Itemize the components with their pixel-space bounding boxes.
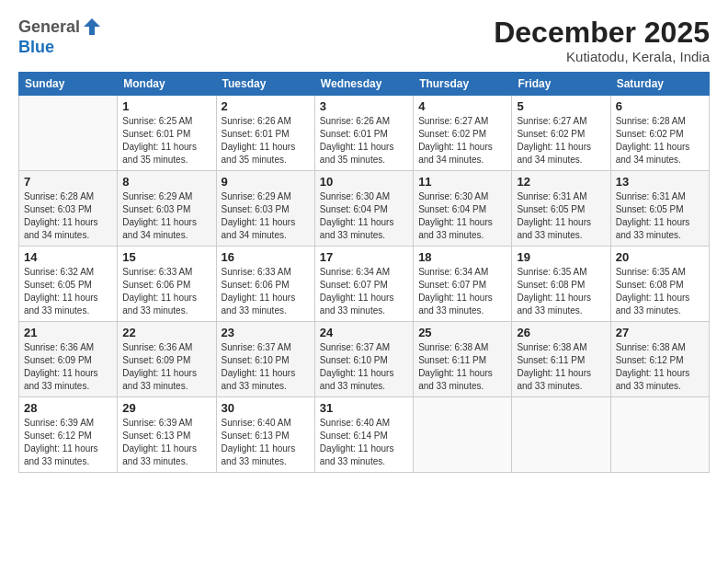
weekday-header: Thursday <box>414 73 512 96</box>
day-number: 22 <box>122 326 210 339</box>
logo-icon <box>82 17 102 37</box>
calendar-week-row: 1Sunrise: 6:25 AM Sunset: 6:01 PM Daylig… <box>19 96 710 171</box>
day-info: Sunrise: 6:40 AM Sunset: 6:13 PM Dayligh… <box>222 417 310 468</box>
calendar-cell: 23Sunrise: 6:37 AM Sunset: 6:10 PM Dayli… <box>216 322 314 397</box>
calendar-cell: 29Sunrise: 6:39 AM Sunset: 6:13 PM Dayli… <box>118 397 216 473</box>
day-info: Sunrise: 6:34 AM Sunset: 6:07 PM Dayligh… <box>320 266 408 317</box>
day-number: 23 <box>222 326 310 339</box>
day-info: Sunrise: 6:27 AM Sunset: 6:02 PM Dayligh… <box>418 115 506 167</box>
calendar-cell: 11Sunrise: 6:30 AM Sunset: 6:04 PM Dayli… <box>414 171 512 247</box>
calendar-cell: 14Sunrise: 6:32 AM Sunset: 6:05 PM Dayli… <box>19 247 118 322</box>
location-title: Kutiatodu, Kerala, India <box>494 49 710 64</box>
weekday-header: Tuesday <box>216 73 314 96</box>
day-info: Sunrise: 6:36 AM Sunset: 6:09 PM Dayligh… <box>122 341 210 393</box>
logo: General Blue <box>18 17 102 57</box>
day-info: Sunrise: 6:34 AM Sunset: 6:07 PM Dayligh… <box>418 266 506 317</box>
day-info: Sunrise: 6:30 AM Sunset: 6:04 PM Dayligh… <box>320 190 408 242</box>
calendar-cell: 10Sunrise: 6:30 AM Sunset: 6:04 PM Dayli… <box>314 171 413 247</box>
day-info: Sunrise: 6:38 AM Sunset: 6:11 PM Dayligh… <box>418 341 506 393</box>
day-number: 24 <box>320 326 408 339</box>
day-number: 20 <box>616 250 704 264</box>
calendar-header-row: SundayMondayTuesdayWednesdayThursdayFrid… <box>19 73 710 96</box>
day-info: Sunrise: 6:31 AM Sunset: 6:05 PM Dayligh… <box>517 190 605 242</box>
calendar-cell: 5Sunrise: 6:27 AM Sunset: 6:02 PM Daylig… <box>512 96 610 171</box>
day-number: 7 <box>24 175 112 189</box>
day-number: 8 <box>122 175 210 189</box>
page: General Blue December 2025 Kutiatodu, Ke… <box>0 0 728 563</box>
calendar-cell: 17Sunrise: 6:34 AM Sunset: 6:07 PM Dayli… <box>314 247 413 322</box>
calendar-cell: 19Sunrise: 6:35 AM Sunset: 6:08 PM Dayli… <box>512 247 610 322</box>
header-area: General Blue December 2025 Kutiatodu, Ke… <box>18 17 710 64</box>
calendar-cell: 13Sunrise: 6:31 AM Sunset: 6:05 PM Dayli… <box>610 171 709 247</box>
day-info: Sunrise: 6:32 AM Sunset: 6:05 PM Dayligh… <box>24 266 112 317</box>
calendar-cell: 7Sunrise: 6:28 AM Sunset: 6:03 PM Daylig… <box>19 171 118 247</box>
calendar-week-row: 21Sunrise: 6:36 AM Sunset: 6:09 PM Dayli… <box>19 322 710 397</box>
calendar: SundayMondayTuesdayWednesdayThursdayFrid… <box>18 72 710 473</box>
day-number: 6 <box>616 99 704 113</box>
calendar-cell: 18Sunrise: 6:34 AM Sunset: 6:07 PM Dayli… <box>414 247 512 322</box>
title-area: December 2025 Kutiatodu, Kerala, India <box>494 17 710 64</box>
day-info: Sunrise: 6:35 AM Sunset: 6:08 PM Dayligh… <box>616 266 704 317</box>
day-number: 1 <box>122 99 210 113</box>
calendar-cell: 12Sunrise: 6:31 AM Sunset: 6:05 PM Dayli… <box>512 171 610 247</box>
day-number: 12 <box>517 175 605 189</box>
day-number: 17 <box>320 250 408 264</box>
calendar-cell: 24Sunrise: 6:37 AM Sunset: 6:10 PM Dayli… <box>314 322 413 397</box>
day-info: Sunrise: 6:40 AM Sunset: 6:14 PM Dayligh… <box>320 417 408 468</box>
calendar-cell <box>19 96 118 171</box>
day-info: Sunrise: 6:33 AM Sunset: 6:06 PM Dayligh… <box>222 266 310 317</box>
day-number: 15 <box>122 250 210 264</box>
day-number: 19 <box>517 250 605 264</box>
day-info: Sunrise: 6:29 AM Sunset: 6:03 PM Dayligh… <box>222 190 310 242</box>
calendar-cell: 16Sunrise: 6:33 AM Sunset: 6:06 PM Dayli… <box>216 247 314 322</box>
calendar-cell: 15Sunrise: 6:33 AM Sunset: 6:06 PM Dayli… <box>118 247 216 322</box>
day-info: Sunrise: 6:37 AM Sunset: 6:10 PM Dayligh… <box>222 341 310 393</box>
calendar-cell: 27Sunrise: 6:38 AM Sunset: 6:12 PM Dayli… <box>610 322 709 397</box>
calendar-cell: 20Sunrise: 6:35 AM Sunset: 6:08 PM Dayli… <box>610 247 709 322</box>
day-number: 16 <box>222 250 310 264</box>
day-number: 9 <box>222 175 310 189</box>
calendar-cell: 21Sunrise: 6:36 AM Sunset: 6:09 PM Dayli… <box>19 322 118 397</box>
month-title: December 2025 <box>494 17 710 49</box>
day-info: Sunrise: 6:26 AM Sunset: 6:01 PM Dayligh… <box>222 115 310 167</box>
day-number: 21 <box>24 326 112 339</box>
calendar-week-row: 7Sunrise: 6:28 AM Sunset: 6:03 PM Daylig… <box>19 171 710 247</box>
day-number: 28 <box>24 401 112 415</box>
calendar-cell: 2Sunrise: 6:26 AM Sunset: 6:01 PM Daylig… <box>216 96 314 171</box>
logo-blue: Blue <box>18 39 102 57</box>
weekday-header: Wednesday <box>314 73 413 96</box>
logo-general: General <box>18 18 80 37</box>
day-number: 30 <box>222 401 310 415</box>
day-info: Sunrise: 6:35 AM Sunset: 6:08 PM Dayligh… <box>517 266 605 317</box>
weekday-header: Sunday <box>19 73 118 96</box>
day-number: 10 <box>320 175 408 189</box>
day-info: Sunrise: 6:30 AM Sunset: 6:04 PM Dayligh… <box>418 190 506 242</box>
calendar-cell: 8Sunrise: 6:29 AM Sunset: 6:03 PM Daylig… <box>118 171 216 247</box>
calendar-cell <box>414 397 512 473</box>
day-info: Sunrise: 6:28 AM Sunset: 6:02 PM Dayligh… <box>616 115 704 167</box>
day-info: Sunrise: 6:36 AM Sunset: 6:09 PM Dayligh… <box>24 341 112 393</box>
day-number: 2 <box>222 99 310 113</box>
calendar-cell: 9Sunrise: 6:29 AM Sunset: 6:03 PM Daylig… <box>216 171 314 247</box>
day-info: Sunrise: 6:39 AM Sunset: 6:13 PM Dayligh… <box>122 417 210 468</box>
day-info: Sunrise: 6:31 AM Sunset: 6:05 PM Dayligh… <box>616 190 704 242</box>
day-info: Sunrise: 6:37 AM Sunset: 6:10 PM Dayligh… <box>320 341 408 393</box>
day-info: Sunrise: 6:25 AM Sunset: 6:01 PM Dayligh… <box>122 115 210 167</box>
weekday-header: Friday <box>512 73 610 96</box>
day-number: 29 <box>122 401 210 415</box>
day-info: Sunrise: 6:38 AM Sunset: 6:12 PM Dayligh… <box>616 341 704 393</box>
calendar-cell: 22Sunrise: 6:36 AM Sunset: 6:09 PM Dayli… <box>118 322 216 397</box>
day-number: 3 <box>320 99 408 113</box>
calendar-cell: 28Sunrise: 6:39 AM Sunset: 6:12 PM Dayli… <box>19 397 118 473</box>
day-number: 11 <box>418 175 506 189</box>
day-info: Sunrise: 6:28 AM Sunset: 6:03 PM Dayligh… <box>24 190 112 242</box>
day-number: 26 <box>517 326 605 339</box>
day-number: 31 <box>320 401 408 415</box>
day-info: Sunrise: 6:29 AM Sunset: 6:03 PM Dayligh… <box>122 190 210 242</box>
calendar-cell: 25Sunrise: 6:38 AM Sunset: 6:11 PM Dayli… <box>414 322 512 397</box>
calendar-cell: 6Sunrise: 6:28 AM Sunset: 6:02 PM Daylig… <box>610 96 709 171</box>
day-number: 14 <box>24 250 112 264</box>
weekday-header: Monday <box>118 73 216 96</box>
calendar-cell: 1Sunrise: 6:25 AM Sunset: 6:01 PM Daylig… <box>118 96 216 171</box>
calendar-cell: 31Sunrise: 6:40 AM Sunset: 6:14 PM Dayli… <box>314 397 413 473</box>
